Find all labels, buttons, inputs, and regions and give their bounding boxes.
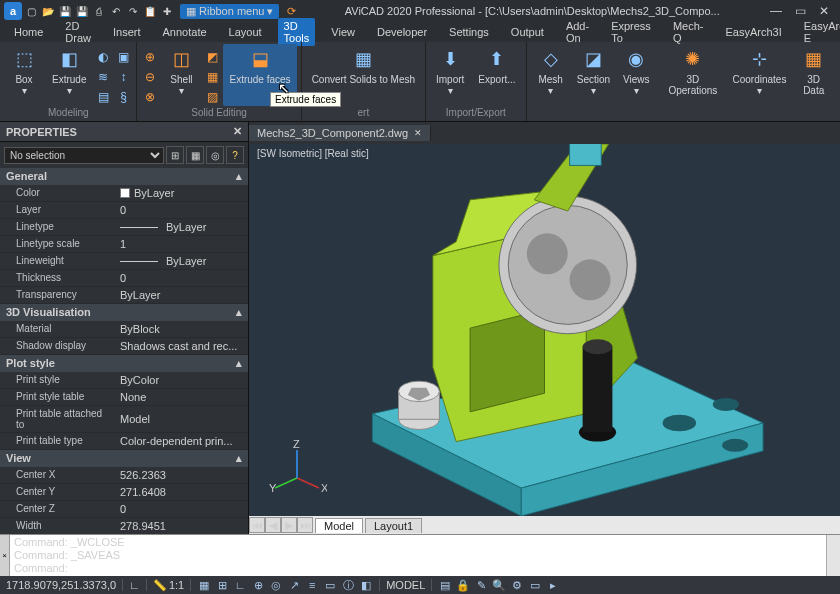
toggle-pick-icon[interactable]: ⊞ <box>166 146 184 164</box>
ribbon-menu-button[interactable]: ▦ Ribbon menu ▾ <box>180 4 279 19</box>
status-anno-icon[interactable]: ✎ <box>474 578 488 592</box>
prop-row-color[interactable]: ColorByLayer <box>0 185 248 202</box>
helix-icon[interactable]: § <box>114 88 132 106</box>
sweep-icon[interactable]: ≋ <box>94 68 112 86</box>
properties-close-icon[interactable]: ✕ <box>233 125 242 138</box>
status-model-label[interactable]: MODEL <box>386 579 425 591</box>
prop-row-linetype[interactable]: LinetypeByLayer <box>0 219 248 236</box>
qat-new-icon[interactable]: ▢ <box>24 4 38 18</box>
box-button[interactable]: ⬚Box▾ <box>4 44 44 106</box>
sc-toggle-icon[interactable]: ◧ <box>359 578 373 592</box>
prop-group-3d-visualisation[interactable]: 3D Visualisation▴ <box>0 304 248 321</box>
refresh-icon[interactable]: ⟳ <box>287 5 296 18</box>
qat-match-icon[interactable]: ✚ <box>160 4 174 18</box>
status-scale[interactable]: 📏 1:1 <box>153 579 184 592</box>
prop-row-print-style-table[interactable]: Print style tableNone <box>0 389 248 406</box>
osnap-toggle-icon[interactable]: ◎ <box>269 578 283 592</box>
menu-settings[interactable]: Settings <box>443 24 495 40</box>
prop-row-transparency[interactable]: TransparencyByLayer <box>0 287 248 304</box>
menu-view[interactable]: View <box>325 24 361 40</box>
loft-icon[interactable]: ▤ <box>94 88 112 106</box>
status-esnap-icon[interactable]: ∟ <box>129 579 140 591</box>
lwt-toggle-icon[interactable]: ≡ <box>305 578 319 592</box>
slice-icon[interactable]: ◩ <box>203 48 221 66</box>
extrude-button[interactable]: ◧Extrude▾ <box>46 44 92 106</box>
thicken-icon[interactable]: ▦ <box>203 68 221 86</box>
prop-row-print-style[interactable]: Print styleByColor <box>0 372 248 389</box>
prop-row-layer[interactable]: Layer0 <box>0 202 248 219</box>
imprint-icon[interactable]: ▨ <box>203 88 221 106</box>
maximize-button[interactable]: ▭ <box>792 3 808 19</box>
command-dock-grip-icon[interactable]: × <box>0 535 10 576</box>
shell-button[interactable]: ◫Shell▾ <box>161 44 201 106</box>
qat-undo-icon[interactable]: ↶ <box>109 4 123 18</box>
prop-row-width[interactable]: Width278.9451 <box>0 518 248 534</box>
status-coordinates[interactable]: 1718.9079,251.3373,0 <box>6 579 116 591</box>
section-button[interactable]: ◪Section▾ <box>573 44 615 106</box>
prop-row-center-y[interactable]: Center Y271.6408 <box>0 484 248 501</box>
layout-last-icon[interactable]: ⏭ <box>297 517 313 533</box>
document-tab[interactable]: Mechs2_3D_Component2.dwg ✕ <box>249 125 431 141</box>
dyn-toggle-icon[interactable]: ▭ <box>323 578 337 592</box>
status-expand-icon[interactable]: ▸ <box>546 578 560 592</box>
presspull-icon[interactable]: ↕ <box>114 68 132 86</box>
viewport-3d[interactable]: Mechs2_3D_Component2.dwg ✕ [SW Isometric… <box>249 122 840 534</box>
coordinates-button[interactable]: ⊹Coordinates▾ <box>730 44 790 106</box>
layout-prev-icon[interactable]: ◀ <box>265 517 281 533</box>
layout-tab-layout1[interactable]: Layout1 <box>365 518 422 533</box>
status-workspace-icon[interactable]: ⚙ <box>510 578 524 592</box>
select-objects-icon[interactable]: ▦ <box>186 146 204 164</box>
import-button[interactable]: ⬇Import▾ <box>430 44 470 106</box>
prop-row-print-table-attached-to[interactable]: Print table attached toModel <box>0 406 248 433</box>
prop-row-center-x[interactable]: Center X526.2363 <box>0 467 248 484</box>
prop-row-lineweight[interactable]: LineweightByLayer <box>0 253 248 270</box>
layout-tab-model[interactable]: Model <box>315 518 363 533</box>
qat-paste-icon[interactable]: 📋 <box>143 4 157 18</box>
layout-next-icon[interactable]: ▶ <box>281 517 297 533</box>
3d-operations-button[interactable]: ✺3D Operations <box>658 44 727 106</box>
3d-data-button[interactable]: ▦3D Data <box>791 44 836 106</box>
qat-save-icon[interactable]: 💾 <box>58 4 72 18</box>
menu-annotate[interactable]: Annotate <box>157 24 213 40</box>
ortho-toggle-icon[interactable]: ∟ <box>233 578 247 592</box>
status-lock-icon[interactable]: 🔒 <box>456 578 470 592</box>
union-icon[interactable]: ⊕ <box>141 48 159 66</box>
help-icon[interactable]: ? <box>226 146 244 164</box>
document-tab-close-icon[interactable]: ✕ <box>414 128 422 138</box>
prop-group-view[interactable]: View▴ <box>0 450 248 467</box>
command-history[interactable]: Command: _WCLOSE Command: _SAVEAS Comman… <box>10 535 826 576</box>
prop-group-plot-style[interactable]: Plot style▴ <box>0 355 248 372</box>
polysolid-icon[interactable]: ▣ <box>114 48 132 66</box>
prop-row-thickness[interactable]: Thickness0 <box>0 270 248 287</box>
qat-redo-icon[interactable]: ↷ <box>126 4 140 18</box>
menu-easyarch3i[interactable]: EasyArch3I <box>719 24 787 40</box>
minimize-button[interactable]: — <box>768 3 784 19</box>
mesh-button[interactable]: ◇Mesh▾ <box>531 44 571 106</box>
views-button[interactable]: ◉Views▾ <box>616 44 656 106</box>
menu-home[interactable]: Home <box>8 24 49 40</box>
qp-toggle-icon[interactable]: ⓘ <box>341 578 355 592</box>
qat-saveall-icon[interactable]: 💾 <box>75 4 89 18</box>
qat-print-icon[interactable]: ⎙ <box>92 4 106 18</box>
revolve-icon[interactable]: ◐ <box>94 48 112 66</box>
status-zoom-icon[interactable]: 🔍 <box>492 578 506 592</box>
quick-select-icon[interactable]: ◎ <box>206 146 224 164</box>
properties-header[interactable]: PROPERTIES ✕ <box>0 122 248 142</box>
menu-output[interactable]: Output <box>505 24 550 40</box>
command-prompt[interactable]: Command: <box>14 562 822 575</box>
command-scrollbar[interactable] <box>826 535 840 576</box>
menu-developer[interactable]: Developer <box>371 24 433 40</box>
intersect-icon[interactable]: ⊗ <box>141 88 159 106</box>
selection-dropdown[interactable]: No selection <box>4 147 164 164</box>
layout-first-icon[interactable]: ⏮ <box>249 517 265 533</box>
prop-group-general[interactable]: General▴ <box>0 168 248 185</box>
snap-toggle-icon[interactable]: ▦ <box>197 578 211 592</box>
prop-row-print-table-type[interactable]: Print table typeColor-dependent prin... <box>0 433 248 450</box>
grid-toggle-icon[interactable]: ⊞ <box>215 578 229 592</box>
prop-row-shadow-display[interactable]: Shadow displayShadows cast and rec... <box>0 338 248 355</box>
status-clean-icon[interactable]: ▭ <box>528 578 542 592</box>
prop-row-center-z[interactable]: Center Z0 <box>0 501 248 518</box>
menu-layout[interactable]: Layout <box>223 24 268 40</box>
subtract-icon[interactable]: ⊖ <box>141 68 159 86</box>
otrack-toggle-icon[interactable]: ↗ <box>287 578 301 592</box>
